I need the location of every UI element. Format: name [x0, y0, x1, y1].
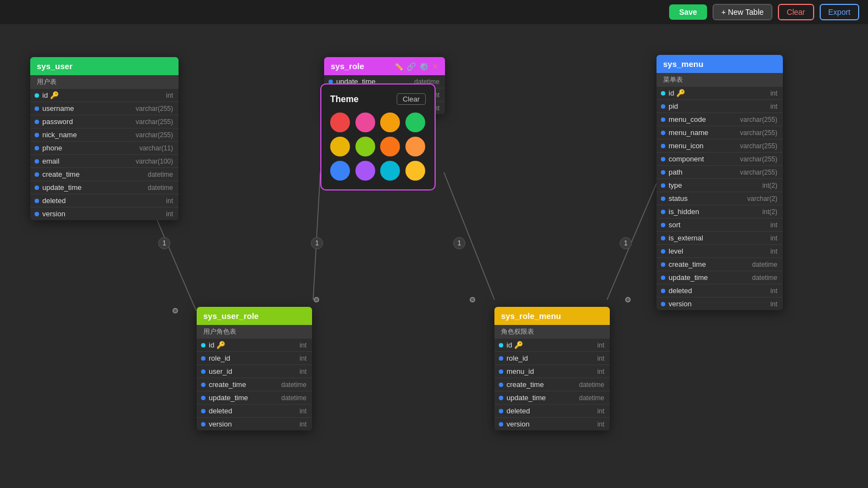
field-dot	[35, 212, 39, 216]
field-dot	[499, 343, 503, 347]
color-cyan[interactable]	[380, 161, 400, 181]
save-button[interactable]: Save	[669, 4, 707, 20]
field-dot	[661, 117, 665, 122]
table-row: path varchar(255)	[656, 166, 783, 179]
sys-user-role-header: sys_user_role	[197, 307, 312, 325]
field-dot	[35, 133, 39, 137]
field-dot	[661, 144, 665, 148]
field-dot	[661, 197, 665, 201]
color-orange[interactable]	[380, 137, 400, 156]
table-row: menu_id int	[494, 365, 610, 378]
color-gold[interactable]	[405, 161, 425, 181]
canvas: 1 1 1 1 sys_user 用户表 id 🔑 int username v…	[0, 24, 868, 488]
delete-icon-button[interactable]: ✕	[432, 62, 438, 71]
sys-user-subtitle: 用户表	[30, 75, 179, 89]
table-sys-role-menu: sys_role_menu 角色权限表 id 🔑 int role_id int…	[494, 307, 610, 430]
field-dot	[201, 369, 205, 374]
color-blue[interactable]	[330, 161, 350, 181]
theme-clear-button[interactable]: Clear	[397, 93, 426, 105]
field-dot	[35, 106, 39, 111]
table-row: nick_name varchar(255)	[30, 128, 179, 142]
color-green[interactable]	[405, 113, 425, 132]
conn-dot-4	[625, 297, 631, 302]
table-row: pid int	[656, 100, 783, 113]
table-sys-user-role: sys_user_role 用户角色表 id 🔑 int role_id int…	[197, 307, 312, 430]
theme-popup: Theme Clear	[320, 83, 436, 190]
table-row: component varchar(255)	[656, 153, 783, 166]
table-row: deleted int	[197, 405, 312, 418]
field-dot	[499, 396, 503, 400]
field-dot	[35, 199, 39, 203]
sys-role-menu-subtitle: 角色权限表	[494, 325, 610, 339]
table-sys-user: sys_user 用户表 id 🔑 int username varchar(2…	[30, 57, 179, 220]
field-dot	[661, 236, 665, 240]
table-row: deleted int	[30, 194, 179, 207]
table-row: role_id int	[197, 352, 312, 365]
table-row: menu_icon varchar(255)	[656, 139, 783, 153]
sys-role-header: sys_role ✏️ 🔗 ⚙️ ✕	[324, 57, 445, 75]
color-pink[interactable]	[355, 113, 375, 132]
table-row: status varchar(2)	[656, 192, 783, 205]
sys-user-body: id 🔑 int username varchar(255) password …	[30, 89, 179, 220]
clear-button[interactable]: Clear	[778, 4, 814, 20]
svg-line-2	[444, 172, 494, 300]
sys-menu-header: sys_menu	[656, 55, 783, 73]
color-grid	[330, 113, 426, 181]
table-row: version int	[494, 418, 610, 430]
table-sys-menu: sys_menu 菜单表 id 🔑 int pid int menu_code …	[656, 55, 783, 310]
field-dot	[661, 249, 665, 254]
table-row: level int	[656, 245, 783, 258]
color-light-orange[interactable]	[405, 137, 425, 156]
sys-role-menu-title: sys_role_menu	[501, 311, 561, 321]
color-yellow[interactable]	[330, 137, 350, 156]
color-lime[interactable]	[355, 137, 375, 156]
sys-role-menu-body: id 🔑 int role_id int menu_id int create_…	[494, 339, 610, 430]
settings-icon-button[interactable]: ⚙️	[419, 62, 429, 71]
color-amber[interactable]	[380, 113, 400, 132]
sys-user-title: sys_user	[37, 61, 73, 71]
table-row: version int	[656, 298, 783, 310]
field-dot	[661, 262, 665, 267]
edit-icon-button[interactable]: ✏️	[394, 62, 403, 71]
conn-label-1: 1	[158, 237, 170, 249]
theme-title: Theme	[330, 94, 359, 104]
table-row: user_id int	[197, 365, 312, 378]
export-button[interactable]: Export	[820, 4, 859, 20]
field-dot	[661, 302, 665, 306]
conn-label-3: 1	[453, 237, 465, 249]
table-row-is-external: is_external int	[656, 232, 783, 245]
table-row: id 🔑 int	[197, 339, 312, 352]
field-dot	[499, 356, 503, 361]
table-row: phone varchar(11)	[30, 142, 179, 155]
top-bar: Save + New Table Clear Export	[0, 0, 868, 24]
sys-user-role-body: id 🔑 int role_id int user_id int create_…	[197, 339, 312, 430]
color-purple[interactable]	[355, 161, 375, 181]
field-dot	[499, 369, 503, 374]
sys-menu-title: sys_menu	[663, 59, 703, 69]
table-row: email varchar(100)	[30, 155, 179, 168]
field-dot	[661, 91, 665, 96]
table-row: id 🔑 int	[30, 89, 179, 102]
table-row: update_time datetime	[656, 271, 783, 284]
field-dot	[661, 276, 665, 280]
svg-line-3	[607, 183, 656, 300]
field-dot	[35, 186, 39, 190]
field-dot	[499, 409, 503, 413]
sys-role-icons: ✏️ 🔗 ⚙️ ✕	[394, 62, 438, 71]
field-dot	[499, 422, 503, 427]
field-dot	[661, 131, 665, 135]
table-row: create_time datetime	[494, 378, 610, 391]
sys-user-header: sys_user	[30, 57, 179, 75]
sys-user-role-title: sys_user_role	[203, 311, 259, 321]
conn-label-4: 1	[620, 237, 632, 249]
copy-icon-button[interactable]: 🔗	[407, 62, 416, 71]
new-table-button[interactable]: + New Table	[713, 4, 772, 20]
field-dot	[201, 383, 205, 387]
field-dot	[35, 146, 39, 150]
color-red[interactable]	[330, 113, 350, 132]
table-row: update_time datetime	[30, 181, 179, 194]
table-row: is_hidden int(2)	[656, 205, 783, 218]
table-row: create_time datetime	[656, 258, 783, 271]
conn-dot-2	[314, 297, 319, 302]
table-row: menu_code varchar(255)	[656, 113, 783, 126]
